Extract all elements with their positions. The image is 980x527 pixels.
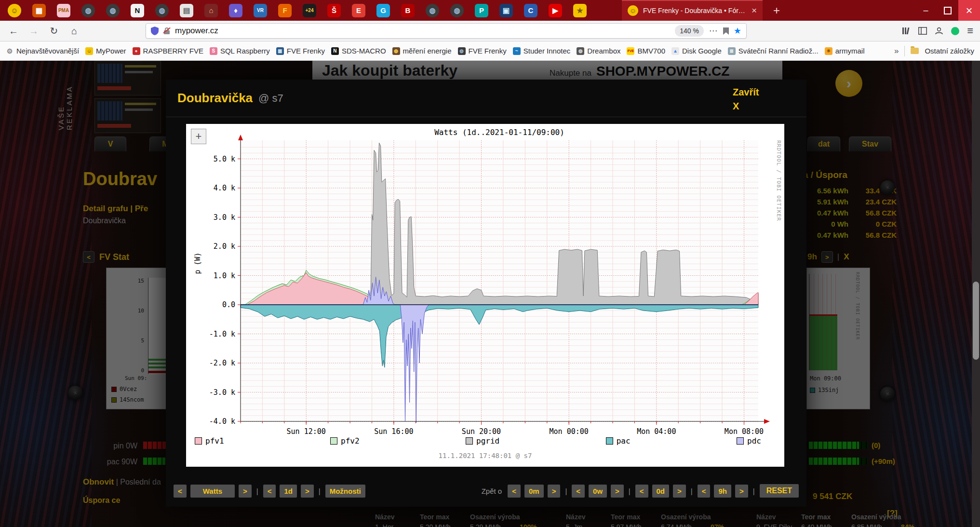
back-button[interactable]: ← [7,26,20,37]
offset-m-prev-button[interactable]: < [508,485,521,498]
pinned-tab-c-blue[interactable]: C [524,4,537,17]
url-text[interactable]: mypower.cz [175,26,670,36]
bookmark-star-icon[interactable]: ★ [734,26,741,36]
bookmark-favicon-icon: ◍ [458,47,466,55]
close-x-icon: X [733,99,759,113]
pinned-tab-globe-5[interactable]: ◍ [450,4,464,17]
pinned-tab-phpmyadmin[interactable]: PMA [57,4,70,17]
bookmark-item[interactable]: ●RASPBERRY FVE [133,47,203,55]
active-tab[interactable]: ☺ FVE Frenky - Doubravička • Fór… × [622,0,763,21]
bookmark-item[interactable]: ▲Disk Google [671,47,722,55]
bookmark-item[interactable]: ~Studer Innotec [513,47,571,55]
bookmark-label: Nejnavštěvovanější [16,47,79,55]
bookmark-item[interactable]: ≣Sváteční Ranní Radiož... [728,47,819,55]
pinned-tab-globe-4[interactable]: ◍ [426,4,439,17]
metric-button[interactable]: Watts [190,485,235,498]
pinned-tab-vr[interactable]: VR [254,4,267,17]
bookmark-item[interactable]: ☀armymail [825,47,865,55]
zoom-indicator[interactable]: 140 % [675,25,704,37]
new-tab-button[interactable]: + [769,3,784,18]
offset-h-next-button[interactable]: > [735,485,748,498]
bookmark-item[interactable]: SSQL Raspberry [210,47,270,55]
account-icon[interactable] [935,27,943,35]
bookmark-favicon-icon: ☺ [85,47,93,55]
bookmarks-overflow-icon[interactable]: » [894,46,899,56]
home-button[interactable]: ⌂ [67,26,81,37]
range-prev-button[interactable]: < [263,485,276,498]
modal-close-button[interactable]: Zavřít X [733,85,759,113]
maximize-icon [944,7,952,14]
pinned-tab-globe-3[interactable]: ◍ [155,4,169,17]
bookmark-label: Sváteční Ranní Radiož... [738,47,819,55]
minimize-button[interactable]: – [915,0,937,21]
scrollbar-thumb[interactable] [973,282,979,360]
bookmark-item[interactable]: ◍Dreambox [577,47,620,55]
library-icon[interactable] [902,27,911,35]
separator: | [628,487,631,495]
offset-w-value[interactable]: 0w [589,485,607,498]
reload-button[interactable]: ↻ [47,25,61,37]
offset-d-prev-button[interactable]: < [635,485,648,498]
pinned-tab-youtube[interactable]: ▶ [549,4,562,17]
pinned-tab-firefox[interactable]: F [278,4,292,17]
offset-h-value[interactable]: 9h [714,485,731,498]
page-scrollbar[interactable] [972,61,980,527]
footer-right-controls: Zpět o < 0m > | < 0w > | < 0d > | < 9h >… [482,484,799,498]
metric-prev-button[interactable]: < [174,485,187,498]
pinned-tab-home[interactable]: ⌂ [204,4,218,17]
menu-icon[interactable]: ≡ [967,25,973,37]
offset-d-value[interactable]: 0d [652,485,670,498]
pocket-icon[interactable] [723,27,729,35]
bookmark-item[interactable]: ◍měření energie [392,47,452,55]
metric-next-button[interactable]: > [239,485,252,498]
footer-left-controls: < Watts > | < 1d > | Možnosti [174,485,365,498]
extension-green-icon[interactable] [951,27,959,35]
bookmark-item[interactable]: ◍FVE Frenky [458,47,507,55]
pinned-tab-p-teal[interactable]: P [475,4,488,17]
bookmark-label: FVE Frenky [469,47,507,55]
sidebar-icon[interactable] [918,27,927,35]
pinned-tab-notion[interactable]: N [131,4,144,17]
offset-w-prev-button[interactable]: < [572,485,585,498]
pinned-tab-smiley[interactable]: ☺ [8,4,21,17]
bookmark-item[interactable]: NSDS-MACRO [331,47,386,55]
pinned-tab-g-blue[interactable]: G [376,4,390,17]
offset-d-next-button[interactable]: > [673,485,686,498]
offset-m-next-button[interactable]: > [548,485,561,498]
close-button[interactable]: × [958,0,980,21]
pinned-tab-notes[interactable]: ▤ [180,4,193,17]
pinned-tab-plus24[interactable]: +24 [303,4,316,17]
url-bar[interactable]: mypower.cz 140 % ⋯ ★ [146,23,747,39]
pinned-tab-globe-2[interactable]: ◍ [106,4,120,17]
options-button[interactable]: Možnosti [325,485,365,498]
pinned-tab-globe-1[interactable]: ◍ [81,4,95,17]
pinned-tab-e-red[interactable]: E [352,4,365,17]
pinned-tab-skoda[interactable]: Š [327,4,341,17]
pinned-tab-darkblue[interactable]: ▣ [499,4,513,17]
bookmark-item[interactable]: ⚙Nejnavštěvovanější [6,47,79,55]
pinned-tab-gold-star[interactable]: ★ [573,4,587,17]
bookmark-item[interactable]: ☺MyPower [85,47,126,55]
maximize-button[interactable] [937,0,958,21]
pinned-tab-purple[interactable]: ♦ [229,4,242,17]
offset-m-value[interactable]: 0m [524,485,544,498]
separator: | [318,487,322,495]
bookmark-item[interactable]: FVEBMV700 [627,47,665,55]
pinned-tab-b-red[interactable]: B [401,4,415,17]
range-next-button[interactable]: > [301,485,314,498]
bookmarks-divider [904,46,905,56]
range-button[interactable]: 1d [280,485,297,498]
forward-button[interactable]: → [27,26,40,37]
drag-handle-icon[interactable]: + [191,129,206,144]
page-actions-icon[interactable]: ⋯ [709,26,718,36]
other-bookmarks-label[interactable]: Ostatní záložky [925,47,974,55]
offset-w-next-button[interactable]: > [611,485,624,498]
insecure-lock-icon[interactable] [163,27,170,35]
tab-close-icon[interactable]: × [752,6,757,15]
reset-button[interactable]: RESET [760,484,799,498]
bookmark-item[interactable]: ▦FVE Frenky [276,47,325,55]
pinned-tab-forum[interactable]: ▦ [32,4,46,17]
bookmark-label: MyPower [96,47,126,55]
tracking-shield-icon[interactable] [151,27,159,35]
offset-h-prev-button[interactable]: < [698,485,711,498]
